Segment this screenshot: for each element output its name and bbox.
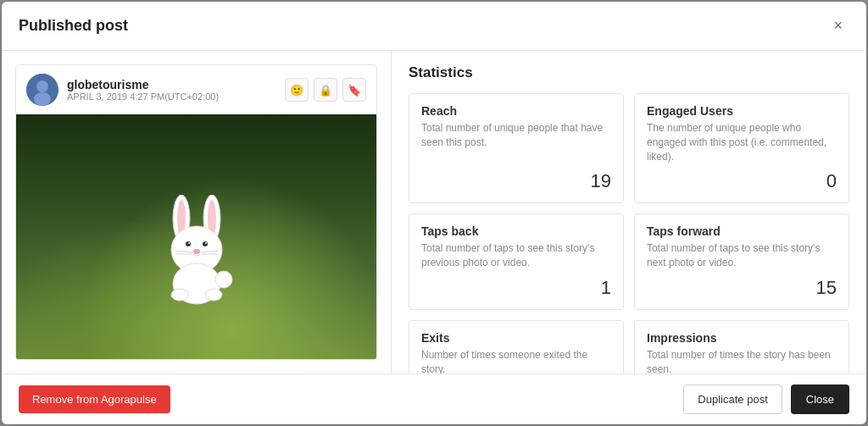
modal-overlay: Published post × xyxy=(0,0,868,426)
stat-value-reach: 19 xyxy=(421,170,611,192)
emoji-action-button[interactable]: 🙂 xyxy=(285,78,309,102)
remove-button[interactable]: Remove from Agorapulse xyxy=(19,385,170,413)
modal-title: Published post xyxy=(19,17,128,35)
avatar xyxy=(26,74,58,106)
statistics-title: Statistics xyxy=(409,64,849,81)
svg-point-8 xyxy=(186,241,191,246)
stat-desc-taps-back: Total number of taps to see this story's… xyxy=(421,241,611,270)
bunny-illustration xyxy=(146,195,248,305)
post-image xyxy=(16,114,376,360)
stat-value-taps-back: 1 xyxy=(421,277,611,299)
svg-point-18 xyxy=(171,289,188,301)
stat-desc-exits: Number of times someone exited the story… xyxy=(421,348,611,373)
stat-card-impressions: Impressions Total number of times the st… xyxy=(634,320,849,373)
stat-name-taps-back: Taps back xyxy=(421,224,611,238)
modal-header: Published post × xyxy=(2,2,866,51)
stat-name-taps-forward: Taps forward xyxy=(647,224,837,238)
close-button[interactable]: Close xyxy=(791,385,849,414)
stat-card-reach: Reach Total number of unique people that… xyxy=(409,93,624,203)
post-header: globetourisme APRIL 3, 2019 4:27 PM(UTC+… xyxy=(16,65,376,114)
post-card: globetourisme APRIL 3, 2019 4:27 PM(UTC+… xyxy=(15,64,377,360)
stat-name-impressions: Impressions xyxy=(647,331,837,345)
stat-desc-taps-forward: Total number of taps to see this story's… xyxy=(647,241,837,270)
modal-close-button[interactable]: × xyxy=(826,14,849,38)
post-author: globetourisme APRIL 3, 2019 4:27 PM(UTC+… xyxy=(26,74,219,106)
duplicate-button[interactable]: Duplicate post xyxy=(683,385,782,414)
svg-point-20 xyxy=(215,271,232,288)
lock-action-button[interactable]: 🔒 xyxy=(314,78,337,102)
author-name: globetourisme xyxy=(67,78,219,91)
modal-footer: Remove from Agorapulse Duplicate post Cl… xyxy=(2,373,866,424)
post-date: APRIL 3, 2019 4:27 PM(UTC+02:00) xyxy=(67,91,219,102)
avatar-svg xyxy=(26,74,58,106)
footer-right-buttons: Duplicate post Close xyxy=(683,385,849,414)
svg-point-11 xyxy=(205,242,207,244)
stat-card-taps-back: Taps back Total number of taps to see th… xyxy=(409,213,624,310)
post-actions: 🙂 🔒 🔖 xyxy=(285,78,366,102)
stats-grid: Reach Total number of unique people that… xyxy=(409,93,849,373)
svg-point-12 xyxy=(193,249,200,254)
modal-body: globetourisme APRIL 3, 2019 4:27 PM(UTC+… xyxy=(2,51,866,373)
svg-point-1 xyxy=(36,80,48,92)
svg-point-9 xyxy=(203,241,208,246)
stat-name-reach: Reach xyxy=(421,104,611,118)
stat-desc-impressions: Total number of times the story has been… xyxy=(647,348,837,373)
stat-value-engaged: 0 xyxy=(647,170,837,192)
modal: Published post × xyxy=(2,2,866,424)
stat-card-engaged: Engaged Users The number of unique peopl… xyxy=(634,93,849,203)
left-panel: globetourisme APRIL 3, 2019 4:27 PM(UTC+… xyxy=(2,51,392,373)
svg-point-2 xyxy=(34,92,51,106)
stat-name-engaged: Engaged Users xyxy=(647,104,837,118)
stat-desc-reach: Total number of unique people that have … xyxy=(421,121,611,163)
stat-card-exits: Exits Number of times someone exited the… xyxy=(409,320,624,373)
svg-point-19 xyxy=(205,289,222,301)
stat-desc-engaged: The number of unique people who engaged … xyxy=(647,121,837,163)
author-info: globetourisme APRIL 3, 2019 4:27 PM(UTC+… xyxy=(67,78,219,102)
stat-value-taps-forward: 15 xyxy=(647,277,837,299)
stat-card-taps-forward: Taps forward Total number of taps to see… xyxy=(634,213,849,310)
right-panel: Statistics Reach Total number of unique … xyxy=(392,51,866,373)
svg-point-10 xyxy=(188,242,190,244)
stat-name-exits: Exits xyxy=(421,331,611,345)
bookmark-action-button[interactable]: 🔖 xyxy=(342,78,366,102)
